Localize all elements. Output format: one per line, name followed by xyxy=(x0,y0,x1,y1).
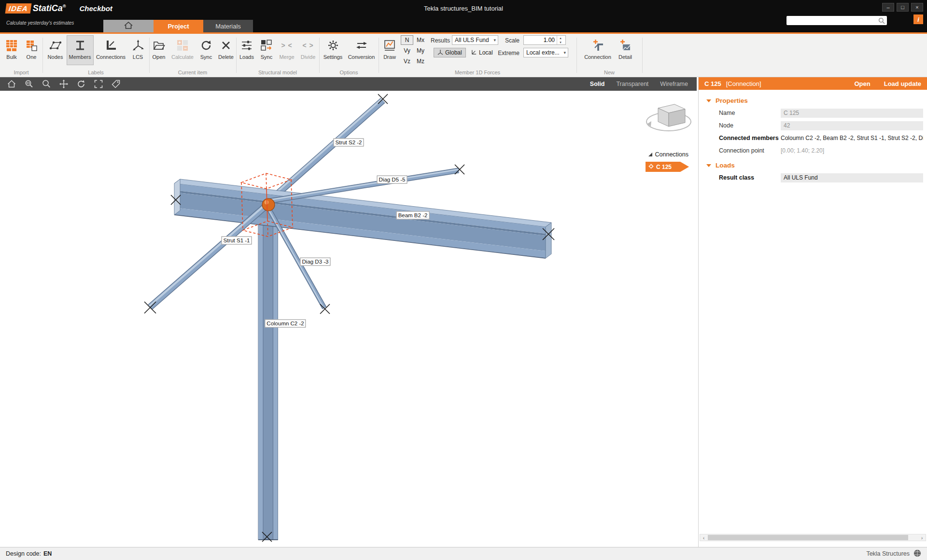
info-button[interactable]: i xyxy=(913,14,923,24)
draw-diagram-icon xyxy=(383,38,396,53)
minimize-button[interactable]: – xyxy=(882,3,894,12)
import-group-label: Import xyxy=(0,70,42,75)
merge-button[interactable]: > < Merge xyxy=(276,35,297,65)
divide-button[interactable]: < > Divide xyxy=(297,35,319,65)
close-button[interactable]: × xyxy=(911,3,923,12)
tree-node-connections[interactable]: Connections xyxy=(626,151,688,158)
search-icon[interactable] xyxy=(876,17,887,24)
tree-item-c125[interactable]: C 125 xyxy=(646,162,689,172)
sync-item-button[interactable]: Sync xyxy=(197,35,216,65)
strut-s1-member[interactable] xyxy=(149,206,265,307)
scrollbar-thumb[interactable] xyxy=(708,535,908,540)
tree-expander-icon[interactable] xyxy=(648,153,652,156)
draw-button[interactable]: Draw xyxy=(379,35,401,65)
tab-materials[interactable]: Materials xyxy=(203,20,253,32)
scroll-left-icon[interactable]: ‹ xyxy=(700,534,707,541)
settings-button[interactable]: Settings xyxy=(321,35,346,65)
zoom-fit-icon[interactable] xyxy=(92,78,105,90)
loads-button[interactable]: Loads xyxy=(237,35,257,65)
member-label-diag-d3: Diag D3 -3 xyxy=(300,258,331,266)
connections-button[interactable]: Connections xyxy=(94,35,128,65)
collapse-triangle-icon xyxy=(706,164,711,167)
conversion-label: Conversion xyxy=(348,54,375,60)
calculate-label: Calculate xyxy=(171,54,194,60)
tree-connections-label: Connections xyxy=(655,151,689,158)
open-button[interactable]: Open xyxy=(149,35,169,65)
conversion-button[interactable]: Conversion xyxy=(346,35,378,65)
extreme-dropdown[interactable]: Local extre... ▾ xyxy=(523,48,568,57)
name-label: Name xyxy=(719,110,781,116)
connection-node[interactable] xyxy=(262,198,275,211)
display-mode-wireframe[interactable]: Wireframe xyxy=(660,81,688,87)
member-label-diag-d5: Diag D5 -5 xyxy=(377,176,407,184)
result-class-value-field[interactable]: All ULS Fund xyxy=(781,173,923,182)
force-toggle-my[interactable]: My xyxy=(414,46,427,56)
beam-b2-member[interactable] xyxy=(174,179,551,258)
nodes-button[interactable]: Nodes xyxy=(44,35,67,65)
spinner-up-icon[interactable]: ▴ xyxy=(557,36,564,40)
lcs-button[interactable]: LCS xyxy=(128,35,148,65)
name-value-field: C 125 xyxy=(781,109,923,118)
panel-load-update-button[interactable]: Load update xyxy=(884,80,921,87)
conversion-arrows-icon xyxy=(355,38,368,53)
spinner-down-icon[interactable]: ▾ xyxy=(557,40,564,44)
panel-header: C 125 [Connection] Open Load update xyxy=(699,77,927,90)
new-connection-button[interactable]: Connection xyxy=(582,35,614,65)
zoom-icon[interactable] xyxy=(40,78,53,90)
tab-home[interactable] xyxy=(103,20,154,32)
loads-section-header[interactable]: Loads xyxy=(706,162,927,169)
member-label-strut-s2: Strut S2 -2 xyxy=(334,139,364,147)
delete-button[interactable]: Delete xyxy=(216,35,236,65)
merge-icon: > < xyxy=(281,38,292,53)
window-title: Tekla structures_BIM tutorial xyxy=(241,5,686,12)
panel-open-button[interactable]: Open xyxy=(854,80,870,87)
sync-model-button[interactable]: Sync xyxy=(257,35,276,65)
one-button[interactable]: One xyxy=(22,35,41,65)
labels-tag-icon[interactable] xyxy=(109,78,122,90)
calculate-button[interactable]: Calculate xyxy=(169,35,197,65)
titlebar: IDEA StatiCa® Checkbot Calculate yesterd… xyxy=(0,0,927,34)
brand: IDEA StatiCa® Checkbot xyxy=(6,3,112,14)
tab-bar: Project Materials xyxy=(103,20,253,32)
display-modes: Solid Transparent Wireframe xyxy=(590,81,697,87)
panel-horizontal-scrollbar[interactable]: ‹ › xyxy=(700,534,926,541)
properties-section-header[interactable]: Properties xyxy=(706,97,927,104)
force-toggle-mx[interactable]: Mx xyxy=(414,35,427,45)
node-value-field: 42 xyxy=(781,121,923,130)
force-toggle-vz[interactable]: Vz xyxy=(401,56,413,66)
force-toggle-mz[interactable]: Mz xyxy=(414,56,427,66)
scroll-right-icon[interactable]: › xyxy=(918,534,926,541)
search-input[interactable] xyxy=(787,17,876,24)
force-toggle-vy[interactable]: Vy xyxy=(401,46,413,56)
global-toggle-button[interactable]: Global xyxy=(434,48,466,57)
member-label-beam-b2: Beam B2 -2 xyxy=(396,211,430,220)
tab-project[interactable]: Project xyxy=(154,20,203,32)
new-detail-icon xyxy=(619,38,632,53)
options-group-label: Options xyxy=(319,70,379,75)
node-label: Node xyxy=(719,122,781,129)
scale-input[interactable] xyxy=(524,36,557,44)
display-mode-solid[interactable]: Solid xyxy=(590,81,605,87)
statusbar-source-label: Tekla Structures xyxy=(866,550,910,557)
pan-icon[interactable] xyxy=(57,78,70,90)
results-dropdown[interactable]: All ULS Fund ▾ xyxy=(452,35,498,45)
column-member[interactable] xyxy=(258,211,278,540)
maximize-button[interactable]: □ xyxy=(897,3,909,12)
properties-panel: C 125 [Connection] Open Load update Prop… xyxy=(698,77,927,547)
force-toggle-n[interactable]: N xyxy=(401,35,413,45)
ribbon: Bulk One Import Nodes xyxy=(0,34,927,77)
structural-model-group-label: Structural model xyxy=(236,70,319,75)
home-view-icon[interactable] xyxy=(5,78,18,90)
model-viewport[interactable]: Strut S2 -2 Diag D5 -5 Beam B2 -2 Strut … xyxy=(0,91,697,547)
display-mode-transparent[interactable]: Transparent xyxy=(616,81,648,87)
viewport-toolbar: Solid Transparent Wireframe xyxy=(0,77,697,91)
bulk-button[interactable]: Bulk xyxy=(1,35,22,65)
chevron-down-icon: ▾ xyxy=(563,50,566,55)
navigation-cube[interactable] xyxy=(642,98,695,143)
zoom-window-icon[interactable] xyxy=(22,78,35,90)
rotate-icon[interactable] xyxy=(74,78,87,90)
members-button[interactable]: Members xyxy=(67,35,94,65)
connections-icon xyxy=(105,38,117,53)
property-row-node: Node 42 xyxy=(699,119,927,132)
new-detail-button[interactable]: Detail xyxy=(614,35,637,65)
